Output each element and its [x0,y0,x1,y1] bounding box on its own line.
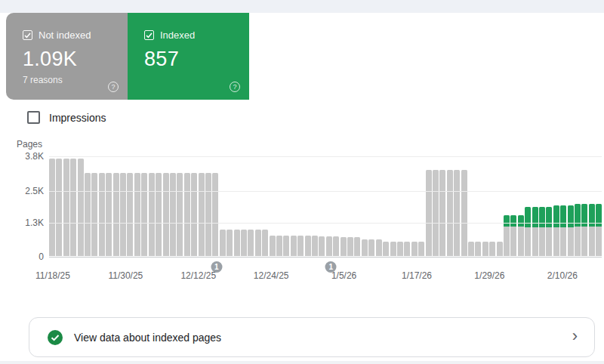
view-indexed-pages-link[interactable]: View data about indexed pages › [29,317,595,357]
chart-bar[interactable] [489,242,495,256]
chart-bar[interactable] [319,236,325,256]
chart-bar[interactable] [504,215,510,256]
not-indexed-segment [439,170,445,256]
chart-bar[interactable] [333,236,339,256]
chart-bar[interactable] [482,242,488,256]
chart-bar[interactable] [368,239,374,256]
chart-bar[interactable] [99,173,105,256]
impressions-checkbox[interactable] [27,111,40,124]
chart-bar[interactable] [539,207,545,256]
chart-bar[interactable] [134,173,140,256]
chart-bar[interactable] [418,242,424,256]
chart-bar[interactable] [149,173,155,256]
chart-bar[interactable] [589,204,595,256]
chart-bar[interactable] [255,230,261,256]
chart-bar[interactable] [326,236,332,256]
chart-bar[interactable] [397,242,403,256]
chart-bar[interactable] [439,170,445,256]
chart-bar[interactable] [141,173,147,256]
chart-bar[interactable] [411,242,418,256]
chart-bar[interactable] [191,173,197,256]
bar-chart-plot [49,156,602,257]
chart-bar[interactable] [205,173,211,256]
help-icon[interactable]: ? [230,82,240,92]
chart-bar[interactable] [291,236,297,256]
chart-bar[interactable] [262,230,268,256]
chart-bar[interactable] [426,170,432,256]
chart-bar[interactable] [106,173,112,256]
chart-bar[interactable] [454,170,460,256]
chart-bar[interactable] [120,173,126,256]
chart-bar[interactable] [510,215,516,256]
chart-bar[interactable] [568,205,574,256]
chart-bar[interactable] [461,170,467,256]
chart-bar[interactable] [546,207,552,256]
chart-bar[interactable] [468,242,474,256]
chart-bar[interactable] [553,205,559,256]
chart-bar[interactable] [63,159,69,257]
chart-bar[interactable] [70,159,76,257]
chart-bar[interactable] [113,173,119,256]
not-indexed-segment [149,173,155,256]
chart-bar[interactable] [447,170,453,256]
indexed-checkbox[interactable] [144,30,154,40]
chart-bar[interactable] [297,236,304,256]
not-indexed-segment [248,230,254,256]
y-tick-label: 0 [39,251,44,262]
chart-bar[interactable] [170,173,176,256]
chart-bar[interactable] [56,159,62,257]
chart-bar[interactable] [341,237,347,256]
chart-bar[interactable] [312,236,318,256]
chart-bar[interactable] [184,173,190,256]
check-circle-icon [48,330,63,345]
chart-bar[interactable] [78,159,84,257]
chart-bar[interactable] [305,236,311,256]
chart-bar[interactable] [248,230,254,256]
chart-bar[interactable] [433,170,439,256]
chart-bar[interactable] [354,237,360,256]
chart-bar[interactable] [163,173,169,256]
chart-bar[interactable] [127,173,133,256]
chart-bar[interactable] [276,236,282,256]
not-indexed-card[interactable]: Not indexed 1.09K 7 reasons ? [6,13,128,100]
chart-bar[interactable] [560,205,566,256]
top-strip [0,0,604,13]
chart-bar[interactable] [518,215,524,256]
chart-bar[interactable] [575,204,581,256]
chart-bar[interactable] [270,236,276,256]
chart-bar[interactable] [234,230,240,256]
chart-bar[interactable] [49,159,55,257]
chart-bar[interactable] [283,236,289,256]
chart-bar[interactable] [220,230,226,256]
chart-bar[interactable] [177,173,183,256]
chart-bar[interactable] [404,242,410,256]
chart-bar[interactable] [347,237,353,256]
chart-bar[interactable] [383,242,389,256]
chart-bar[interactable] [241,230,247,256]
chart-bar[interactable] [91,173,97,256]
chart-bar[interactable] [596,204,602,256]
chart-bar[interactable] [475,242,481,256]
indexed-segment [510,215,516,227]
chart-bar[interactable] [226,230,233,256]
chart-bar[interactable] [156,173,162,256]
impressions-toggle[interactable]: Impressions [27,111,106,124]
not-indexed-segment [291,236,297,256]
chart-bar[interactable] [362,239,368,256]
help-icon[interactable]: ? [108,82,119,92]
indexed-segment [504,215,510,227]
chart-bar[interactable] [581,204,587,256]
chart-bar[interactable] [532,207,538,256]
chart-bar[interactable] [376,239,382,256]
chart-bar[interactable] [212,173,218,256]
chevron-right-icon: › [572,328,578,344]
not-indexed-checkbox[interactable] [23,30,32,40]
chart-bar[interactable] [497,242,503,256]
chart-bar[interactable] [85,173,91,256]
not-indexed-segment [510,227,516,256]
chart-bar[interactable] [525,207,531,256]
chart-bar[interactable] [390,242,396,256]
chart-bar[interactable] [199,173,205,256]
indexed-card[interactable]: Indexed 857 ? [128,13,249,100]
bottom-strip [0,361,604,364]
